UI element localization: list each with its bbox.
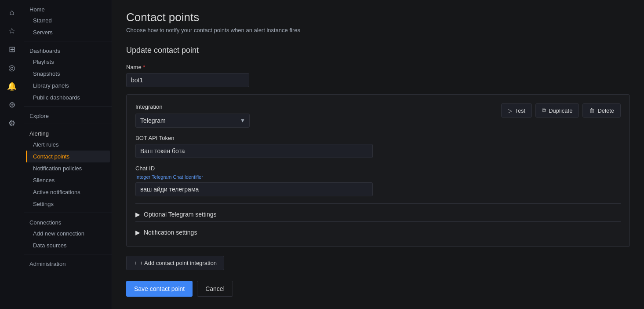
chevron-right-icon: ▶ (135, 211, 140, 218)
left-menu: Home Starred Servers Dashboards Playlist… (24, 0, 112, 309)
name-label: Name * (126, 64, 630, 70)
connections-icon-btn[interactable]: ⊕ (3, 96, 21, 114)
duplicate-button[interactable]: ⧉ Duplicate (535, 103, 579, 118)
data-sources-menu-item[interactable]: Data sources (26, 239, 110, 251)
home-icon-btn[interactable]: ⌂ (3, 4, 21, 21)
integration-card: Integration Telegram Email Slack PagerDu… (126, 94, 630, 247)
bottom-actions: Save contact point Cancel (126, 281, 630, 297)
bot-api-token-input[interactable] (135, 144, 373, 158)
public-dashboards-menu-item[interactable]: Public dashboards (26, 92, 110, 103)
optional-settings-label: Optional Telegram settings (144, 211, 217, 218)
alert-rules-menu-item[interactable]: Alert rules (26, 139, 110, 151)
name-form-group: Name * (126, 64, 630, 87)
starred-menu-item[interactable]: Starred (26, 15, 110, 26)
chat-id-group: Chat ID Integer Telegram Chat Identifier (135, 165, 621, 196)
integration-select-wrapper: Telegram Email Slack PagerDuty Webhook O… (135, 114, 250, 128)
page-title: Contact points (126, 11, 630, 24)
cancel-button[interactable]: Cancel (197, 281, 233, 297)
optional-settings-section: ▶ Optional Telegram settings (135, 203, 621, 220)
section-title: Update contact point (126, 46, 630, 55)
starred-icon-btn[interactable]: ☆ (3, 22, 21, 40)
menu-divider-1 (24, 41, 112, 41)
test-button[interactable]: ▷ Test (501, 103, 532, 118)
delete-button[interactable]: 🗑 Delete (582, 103, 621, 118)
explore-menu-header[interactable]: Explore (24, 109, 112, 121)
add-new-connection-menu-item[interactable]: Add new connection (26, 228, 110, 239)
notification-settings-header[interactable]: ▶ Notification settings (135, 227, 621, 238)
name-required: * (143, 64, 145, 70)
notification-policies-menu-item[interactable]: Notification policies (26, 162, 110, 174)
dashboards-icon-btn[interactable]: ⊞ (3, 40, 21, 58)
menu-divider-4 (24, 213, 112, 213)
integration-left: Integration Telegram Email Slack PagerDu… (135, 103, 250, 128)
menu-divider-2 (24, 106, 112, 107)
left-icon-bar: ⌂ ☆ ⊞ ◎ 🔔 ⊕ ⚙ (0, 0, 24, 309)
bot-api-token-label: BOT API Token (135, 135, 621, 141)
integration-header: Integration Telegram Email Slack PagerDu… (135, 103, 621, 128)
servers-menu-item[interactable]: Servers (26, 26, 110, 38)
administration-menu-header[interactable]: Administration (24, 257, 112, 269)
playlists-menu-item[interactable]: Playlists (26, 56, 110, 68)
duplicate-icon: ⧉ (542, 107, 546, 114)
contact-points-menu-item[interactable]: Contact points (26, 151, 110, 162)
plus-icon: + (134, 260, 137, 266)
integration-actions: ▷ Test ⧉ Duplicate 🗑 Delete (501, 103, 621, 118)
silences-menu-item[interactable]: Silences (26, 174, 110, 186)
menu-divider-5 (24, 254, 112, 254)
integration-label: Integration (135, 103, 250, 110)
chat-id-sublabel: Integer Telegram Chat Identifier (135, 174, 621, 180)
explore-icon-btn[interactable]: ◎ (3, 59, 21, 77)
connections-menu-header[interactable]: Connections (24, 216, 112, 228)
chat-id-input[interactable] (135, 182, 373, 196)
chevron-right-icon-2: ▶ (135, 229, 140, 236)
add-integration-button[interactable]: + + Add contact point integration (126, 256, 224, 270)
save-contact-point-button[interactable]: Save contact point (126, 281, 193, 297)
bot-api-token-group: BOT API Token (135, 135, 621, 158)
admin-icon-btn[interactable]: ⚙ (3, 114, 21, 132)
home-menu-item[interactable]: Home (24, 3, 112, 15)
name-input[interactable] (126, 73, 249, 87)
trash-icon: 🗑 (589, 107, 595, 114)
alerting-icon-btn[interactable]: 🔔 (3, 77, 21, 95)
library-panels-menu-item[interactable]: Library panels (26, 80, 110, 92)
notification-settings-label: Notification settings (144, 229, 197, 236)
main-content: Contact points Choose how to notify your… (112, 0, 644, 309)
active-notifications-menu-item[interactable]: Active notifications (26, 186, 110, 198)
integration-select[interactable]: Telegram Email Slack PagerDuty Webhook O… (135, 114, 250, 128)
menu-divider-3 (24, 124, 112, 124)
settings-menu-item[interactable]: Settings (26, 198, 110, 210)
notification-settings-section: ▶ Notification settings (135, 221, 621, 238)
snapshots-menu-item[interactable]: Snapshots (26, 68, 110, 80)
dashboards-menu-header[interactable]: Dashboards (24, 44, 112, 56)
optional-settings-header[interactable]: ▶ Optional Telegram settings (135, 209, 621, 220)
chat-id-label: Chat ID (135, 165, 621, 172)
alerting-menu-header[interactable]: Alerting (24, 127, 112, 139)
test-icon: ▷ (508, 107, 512, 114)
page-subtitle: Choose how to notify your contact points… (126, 27, 630, 33)
